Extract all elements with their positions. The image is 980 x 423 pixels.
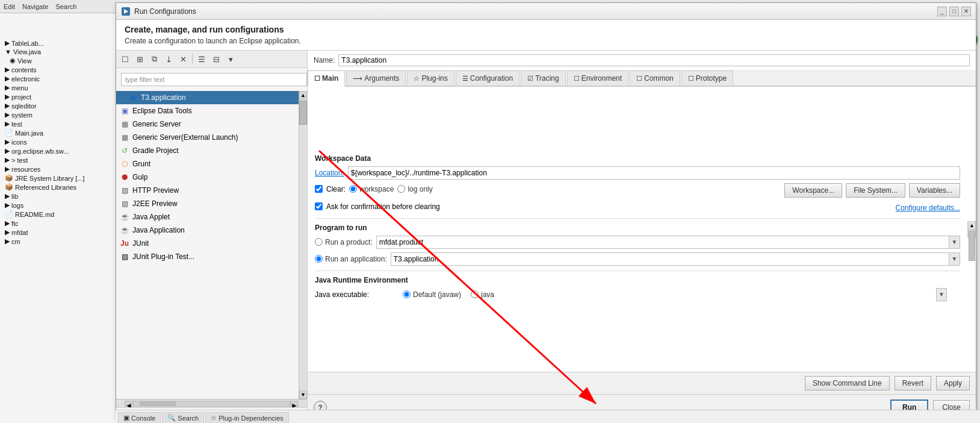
name-input[interactable]	[338, 54, 970, 66]
hscroll-right[interactable]: ►	[290, 401, 299, 407]
config-item-junit[interactable]: Ju JUnit	[116, 237, 299, 250]
tree-item[interactable]: ◉View	[2, 56, 115, 65]
tab-plugins[interactable]: ☆ Plug-ins	[407, 70, 454, 86]
menu-search[interactable]: Search	[55, 3, 76, 10]
tree-item[interactable]: ▶ftc	[2, 219, 115, 228]
tree-item[interactable]: ▶electronic	[2, 74, 115, 83]
export-button[interactable]: ⤓	[162, 52, 175, 66]
jre-dropdown-btn[interactable]: ▼	[936, 288, 947, 301]
tree-item[interactable]: ▶mfdat	[2, 228, 115, 237]
config-item-java-applet[interactable]: ☕ Java Applet	[116, 210, 299, 224]
menu-edit[interactable]: Edit	[4, 3, 15, 10]
tree-item[interactable]: ▶lib	[2, 192, 115, 201]
tree-item[interactable]: ▶contents	[2, 65, 115, 74]
show-command-line-button[interactable]: Show Command Line	[805, 376, 890, 390]
content-scroll-thumb[interactable]	[969, 231, 975, 261]
config-item-eclipse-data-tools[interactable]: ▣ Eclipse Data Tools	[116, 104, 299, 118]
tree-item[interactable]: ▶org.eclipse.wb.sw...	[2, 146, 115, 155]
workspace-radio[interactable]	[349, 185, 357, 193]
tree-item[interactable]: 📦JRE System Library [...]	[2, 174, 115, 183]
horizontal-scrollbar[interactable]: ◄ ►	[116, 399, 307, 407]
menu-navigate[interactable]: Navigate	[22, 3, 48, 10]
configure-defaults-link[interactable]: Configure defaults...	[896, 204, 960, 212]
run-app-dropdown-btn[interactable]: ▼	[949, 252, 960, 266]
config-item-generic-server-ext[interactable]: ▦ Generic Server(External Launch)	[116, 131, 299, 144]
list-scrollbar[interactable]: ▲ ▼	[299, 91, 307, 399]
run-app-input[interactable]	[391, 252, 949, 266]
config-item-java-application[interactable]: ☕ Java Application	[116, 224, 299, 237]
revert-button[interactable]: Revert	[895, 376, 931, 390]
tab-search[interactable]: 🔍 Search	[162, 412, 204, 423]
config-item-label: Gradle Project	[132, 146, 179, 155]
tree-item[interactable]: ▶> test	[2, 155, 115, 164]
scroll-down-button[interactable]: ▼	[299, 390, 307, 399]
variables-button[interactable]: Variables...	[909, 183, 960, 198]
tree-item[interactable]: ▶sqleditor	[2, 101, 115, 110]
config-item-http[interactable]: ▧ HTTP Preview	[116, 184, 299, 197]
tree-item[interactable]: ▶project	[2, 92, 115, 101]
run-product-dropdown-btn[interactable]: ▼	[949, 236, 960, 249]
tab-main[interactable]: ☐ Main	[308, 70, 345, 87]
tree-item[interactable]: ▶test	[2, 119, 115, 128]
config-item-label: Generic Server(External Launch)	[132, 133, 238, 142]
tab-console[interactable]: ▣ Console	[118, 412, 161, 423]
config-item-more[interactable]: ▧ JUnit Plug-in Test...	[116, 250, 299, 263]
scroll-thumb[interactable]	[299, 101, 307, 125]
maximize-button[interactable]: □	[949, 7, 959, 16]
tree-item[interactable]: ▶resources	[2, 164, 115, 174]
config-item-t3app[interactable]: ◉ T3.application	[116, 91, 299, 104]
log-only-radio[interactable]	[397, 185, 405, 193]
new-prototype-button[interactable]: ⊞	[133, 52, 146, 66]
close-button[interactable]: ✕	[961, 7, 971, 16]
run-app-dropdown: ▼	[391, 252, 960, 266]
location-input[interactable]	[348, 166, 960, 180]
content-scroll-up[interactable]: ▲	[968, 221, 976, 230]
tab-common[interactable]: ☐ Common	[630, 70, 680, 86]
tab-plugin-deps[interactable]: ☆ Plug-in Dependencies	[205, 412, 289, 423]
default-javaw-radio[interactable]	[403, 290, 411, 298]
run-product-input[interactable]	[376, 236, 949, 249]
config-item-grunt[interactable]: ⬡ Grunt	[116, 157, 299, 171]
tree-item[interactable]: ▶system	[2, 110, 115, 119]
tree-item[interactable]: 📄README.md	[2, 210, 115, 219]
menu-button[interactable]: ▾	[224, 52, 237, 66]
tree-item[interactable]: 📦Referenced Libraries	[2, 183, 115, 192]
tree-item[interactable]: ▶cm	[2, 237, 115, 246]
content-scrollbar[interactable]: ▲ ▼	[967, 221, 976, 238]
config-item-j2ee[interactable]: ▨ J2EE Preview	[116, 197, 299, 210]
config-item-gradle[interactable]: ↺ Gradle Project	[116, 144, 299, 157]
ask-confirm-checkbox[interactable]	[315, 202, 323, 210]
tree-item[interactable]: ▶logs	[2, 201, 115, 210]
delete-button[interactable]: ✕	[176, 52, 190, 66]
config-item-generic-server[interactable]: ▦ Generic Server	[116, 118, 299, 131]
tree-item[interactable]: ▶icons	[2, 137, 115, 146]
tab-tracing[interactable]: ☑ Tracing	[521, 70, 566, 86]
run-app-radio[interactable]	[315, 255, 323, 263]
tree-item[interactable]: ▼View.java	[2, 48, 115, 56]
tab-configuration[interactable]: ☰ Configuration	[456, 70, 519, 86]
tree-item[interactable]: ▶menu	[2, 83, 115, 92]
file-system-button[interactable]: File System...	[846, 183, 905, 198]
duplicate-button[interactable]: ⧉	[147, 52, 161, 66]
workspace-button[interactable]: Workspace...	[784, 183, 842, 198]
tab-prototype[interactable]: ☐ Prototype	[681, 70, 733, 86]
search-input[interactable]	[121, 73, 307, 86]
java-radio[interactable]	[471, 290, 479, 298]
clear-checkbox[interactable]	[315, 185, 323, 193]
tab-environment[interactable]: ☐ Environment	[567, 70, 628, 86]
content-area: Workspace Data Location: Clear:	[308, 148, 967, 311]
scroll-up-button[interactable]: ▲	[299, 91, 307, 99]
config-item-gulp[interactable]: ⬢ Gulp	[116, 171, 299, 184]
hscroll-left[interactable]: ◄	[125, 401, 133, 407]
tree-item[interactable]: 📄Main.java	[2, 128, 115, 137]
location-label[interactable]: Location:	[315, 169, 344, 177]
minimize-button[interactable]: _	[937, 7, 947, 16]
new-config-button[interactable]: ☐	[119, 52, 132, 66]
tab-arguments[interactable]: ⟶ Arguments	[346, 70, 406, 86]
tree-item[interactable]: ▶TableLab...	[2, 39, 115, 48]
filter-button[interactable]: ☰	[195, 52, 208, 66]
run-product-radio[interactable]	[315, 238, 323, 246]
collapse-button[interactable]: ⊟	[209, 52, 223, 66]
apply-button[interactable]: Apply	[936, 376, 970, 390]
hscroll-thumb[interactable]	[140, 401, 176, 406]
